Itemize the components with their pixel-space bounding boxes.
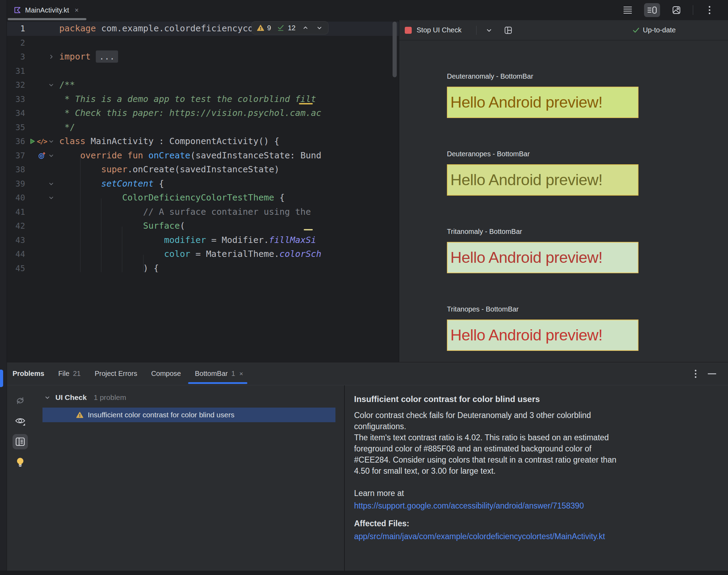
code-line[interactable]: 34 * Check this paper: https://vision.ps… [7, 106, 399, 120]
preview-render: Hello Android preview! [447, 164, 638, 196]
gutter-icons [25, 247, 56, 261]
code-line[interactable]: 40 ColorDeficiencyColorTestTheme { [7, 191, 399, 205]
warning-count[interactable]: 9 [267, 24, 271, 32]
quick-fix-button[interactable] [13, 455, 28, 470]
code-text: * This is a demo app to test the colorbl… [59, 92, 316, 107]
chevron-down-icon[interactable] [485, 26, 493, 34]
chevron-down-icon[interactable] [47, 151, 56, 160]
code-text: */ [59, 120, 75, 135]
inspection-widget[interactable]: 9 12 [251, 21, 328, 34]
preview-layout-button[interactable] [13, 434, 28, 449]
tab-compose[interactable]: Compose [151, 362, 181, 385]
description-line: Color contrast check fails for Deuterano… [354, 410, 718, 421]
line-number: 2 [7, 38, 25, 47]
gutter-icons [25, 191, 56, 205]
more-options-button[interactable] [702, 3, 718, 17]
problem-item-selected[interactable]: Insufficient color contrast for color bl… [42, 408, 335, 422]
chevron-down-icon[interactable] [47, 137, 56, 146]
preview-item: Tritanopes - BottomBarHello Android prev… [447, 305, 728, 351]
code-line[interactable]: 45 ) { [7, 261, 399, 273]
affected-file-link[interactable]: app/src/main/java/com/example/colordefic… [354, 532, 718, 541]
code-line[interactable]: 39 setContent { [7, 177, 399, 191]
refresh-button[interactable] [13, 393, 28, 408]
run-icon[interactable] [28, 137, 37, 146]
code-line[interactable]: 33 * This is a demo app to test the colo… [7, 92, 399, 107]
gutter-icons [25, 149, 56, 163]
code-line[interactable]: 2 [7, 36, 399, 50]
passed-count[interactable]: 12 [288, 24, 295, 32]
code-line[interactable]: 37 override fun onCreate(savedInstanceSt… [7, 149, 399, 163]
code-line[interactable]: 38 super.onCreate(savedInstanceState) [7, 163, 399, 177]
indent-guide [122, 227, 122, 272]
code-text: super.onCreate(savedInstanceState) [59, 163, 279, 177]
preview-render: Hello Android preview! [447, 87, 638, 118]
layout-grid-icon[interactable] [504, 26, 513, 35]
gutter-icons [25, 163, 56, 177]
code-line[interactable]: 32/** [7, 78, 399, 92]
gutter-icons [25, 261, 56, 273]
tool-window-actions [694, 369, 728, 379]
tab-bottombar[interactable]: BottomBar1× [195, 362, 243, 385]
code-view-button[interactable] [620, 3, 636, 17]
build-status: Up-to-date [632, 26, 676, 34]
code-editor[interactable]: 1package com.example.colordeficiencycol2… [7, 20, 399, 362]
code-text: override fun onCreate(savedInstanceState… [59, 149, 322, 163]
line-number: 35 [7, 123, 25, 132]
problem-title: Insufficient color contrast for color bl… [354, 394, 718, 404]
line-number: 31 [7, 66, 25, 76]
code-text: color = MaterialTheme.colorSch [59, 247, 322, 261]
gutter-icons: </> [25, 134, 56, 149]
code-line[interactable]: 35 */ [7, 120, 399, 135]
tab-label: BottomBar [195, 370, 228, 378]
code-text: setContent { [59, 177, 164, 191]
stop-ui-check-button[interactable]: Stop UI Check [417, 26, 462, 34]
code-line[interactable]: 36</>class MainActivity : ComponentActiv… [7, 134, 399, 149]
divider [476, 26, 477, 35]
chevron-down-icon[interactable] [47, 80, 56, 89]
line-number: 3 [7, 52, 25, 61]
window-bottom-edge [0, 571, 728, 575]
compose-icon[interactable]: </> [37, 137, 46, 146]
tab-project-errors[interactable]: Project Errors [95, 362, 137, 385]
gutter-icons [25, 120, 56, 135]
editor-scrollbar[interactable] [393, 22, 397, 77]
tab-file[interactable]: File21 [58, 362, 80, 385]
code-text: ColorDeficiencyColorTestTheme { [59, 191, 285, 205]
minimize-icon[interactable] [707, 372, 717, 375]
kebab-menu-icon[interactable] [694, 369, 697, 379]
problems-tree: UI Check 1 problem Insufficient color co… [33, 385, 344, 571]
chevron-down-icon[interactable] [47, 193, 56, 202]
code-line[interactable]: 43 modifier = Modifier.fillMaxSi [7, 233, 399, 247]
design-view-button[interactable] [668, 3, 684, 17]
indent-guide [143, 255, 144, 272]
code-line[interactable]: 31 [7, 64, 399, 78]
preview-item: Deuteranomaly - BottomBarHello Android p… [447, 72, 728, 118]
status-label: Up-to-date [643, 26, 676, 34]
line-number: 34 [7, 109, 25, 118]
editor-tab-mainactivity[interactable]: MainActivity.kt × [7, 0, 84, 20]
chevron-down-icon[interactable] [47, 179, 56, 188]
tree-group-ui-check[interactable]: UI Check 1 problem [33, 392, 344, 403]
editor-tab-title: MainActivity.kt [25, 6, 69, 14]
chevron-right-icon[interactable] [47, 52, 56, 61]
code-line[interactable]: 41 // A surface container using the [7, 205, 399, 219]
split-view-button[interactable] [644, 3, 660, 17]
chevron-down-icon[interactable] [316, 24, 323, 32]
close-icon[interactable]: × [75, 6, 79, 14]
code-line[interactable]: 3import ... [7, 50, 399, 64]
problems-body: UI Check 1 problem Insufficient color co… [7, 385, 728, 571]
code-line[interactable]: 42 Surface( [7, 219, 399, 233]
override-icon[interactable] [37, 151, 46, 160]
close-icon[interactable]: × [239, 370, 243, 378]
tab-badge: 1 [231, 370, 235, 378]
chevron-up-icon[interactable] [302, 24, 309, 32]
view-options-button[interactable] [13, 413, 28, 429]
tool-window-title[interactable]: Problems [13, 370, 44, 378]
code-line[interactable]: 1package com.example.colordeficiencycol [7, 22, 399, 36]
learn-more-link[interactable]: https://support.google.com/accessibility… [354, 499, 718, 512]
tool-window-stripe-indicator[interactable] [0, 370, 3, 387]
line-number: 38 [7, 165, 25, 174]
code-text: class MainActivity : ComponentActivity()… [59, 134, 279, 149]
code-line[interactable]: 44 color = MaterialTheme.colorSch [7, 247, 399, 261]
code-text: import ... [59, 50, 118, 64]
